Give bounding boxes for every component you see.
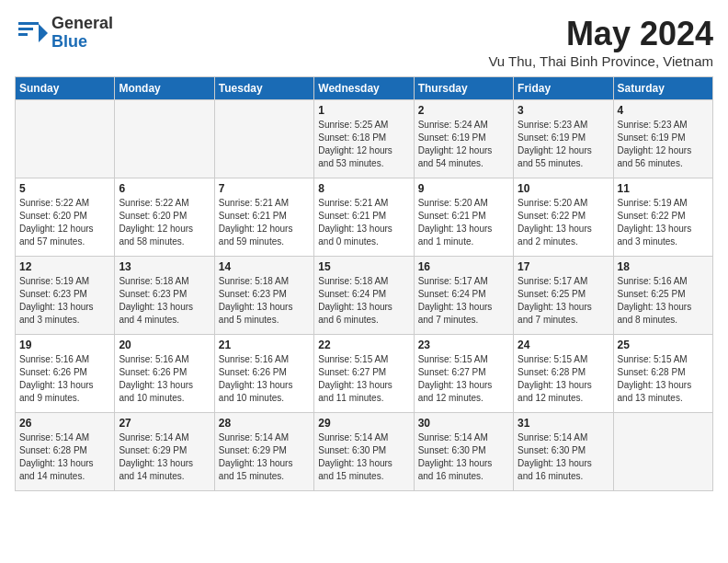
day-info: Sunrise: 5:17 AM Sunset: 6:24 PM Dayligh…: [418, 275, 509, 327]
day-info: Sunrise: 5:14 AM Sunset: 6:29 PM Dayligh…: [219, 431, 310, 483]
header-wednesday: Wednesday: [314, 77, 414, 100]
day-info: Sunrise: 5:14 AM Sunset: 6:28 PM Dayligh…: [19, 431, 110, 483]
calendar-cell: 30Sunrise: 5:14 AM Sunset: 6:30 PM Dayli…: [414, 413, 513, 491]
header-friday: Friday: [514, 77, 613, 100]
day-number: 26: [19, 417, 110, 430]
day-number: 5: [19, 182, 110, 195]
day-number: 2: [418, 104, 509, 117]
day-number: 19: [19, 339, 110, 351]
day-number: 27: [119, 417, 210, 430]
calendar-header-row: Sunday Monday Tuesday Wednesday Thursday…: [16, 77, 713, 100]
day-info: Sunrise: 5:16 AM Sunset: 6:25 PM Dayligh…: [618, 275, 709, 327]
calendar-cell: 18Sunrise: 5:16 AM Sunset: 6:25 PM Dayli…: [613, 257, 712, 335]
page-header: General Blue May 2024 Vu Thu, Thai Binh …: [15, 15, 713, 69]
day-info: Sunrise: 5:22 AM Sunset: 6:20 PM Dayligh…: [19, 197, 110, 248]
calendar-cell: [16, 100, 115, 178]
header-sunday: Sunday: [16, 77, 115, 100]
svg-rect-1: [18, 28, 33, 30]
calendar-cell: 2Sunrise: 5:24 AM Sunset: 6:19 PM Daylig…: [414, 100, 513, 178]
day-info: Sunrise: 5:23 AM Sunset: 6:19 PM Dayligh…: [518, 119, 609, 170]
header-monday: Monday: [115, 77, 214, 100]
page-title: May 2024: [488, 15, 713, 53]
day-info: Sunrise: 5:22 AM Sunset: 6:20 PM Dayligh…: [119, 197, 210, 248]
calendar-cell: 15Sunrise: 5:18 AM Sunset: 6:24 PM Dayli…: [314, 257, 414, 335]
svg-marker-3: [39, 24, 48, 42]
calendar-cell: [115, 100, 214, 178]
calendar-cell: 17Sunrise: 5:17 AM Sunset: 6:25 PM Dayli…: [514, 257, 613, 335]
day-number: 15: [318, 260, 409, 273]
day-number: 21: [219, 339, 310, 351]
calendar-cell: 9Sunrise: 5:20 AM Sunset: 6:21 PM Daylig…: [414, 178, 513, 257]
day-number: 14: [219, 260, 310, 273]
calendar-cell: 12Sunrise: 5:19 AM Sunset: 6:23 PM Dayli…: [16, 257, 115, 335]
day-info: Sunrise: 5:21 AM Sunset: 6:21 PM Dayligh…: [318, 197, 409, 248]
svg-rect-0: [18, 22, 39, 25]
day-info: Sunrise: 5:23 AM Sunset: 6:19 PM Dayligh…: [618, 119, 709, 170]
day-number: 7: [219, 182, 310, 195]
calendar-cell: 23Sunrise: 5:15 AM Sunset: 6:27 PM Dayli…: [414, 335, 513, 413]
page-subtitle: Vu Thu, Thai Binh Province, Vietnam: [488, 53, 713, 69]
day-info: Sunrise: 5:19 AM Sunset: 6:22 PM Dayligh…: [618, 197, 709, 248]
calendar-row: 5Sunrise: 5:22 AM Sunset: 6:20 PM Daylig…: [16, 178, 713, 257]
day-info: Sunrise: 5:25 AM Sunset: 6:18 PM Dayligh…: [318, 119, 409, 170]
day-info: Sunrise: 5:16 AM Sunset: 6:26 PM Dayligh…: [219, 353, 310, 405]
day-number: 20: [119, 339, 210, 351]
calendar-cell: 8Sunrise: 5:21 AM Sunset: 6:21 PM Daylig…: [314, 178, 414, 257]
day-info: Sunrise: 5:20 AM Sunset: 6:21 PM Dayligh…: [418, 197, 509, 248]
day-info: Sunrise: 5:15 AM Sunset: 6:27 PM Dayligh…: [418, 353, 509, 405]
title-section: May 2024 Vu Thu, Thai Binh Province, Vie…: [488, 15, 713, 69]
header-thursday: Thursday: [414, 77, 513, 100]
day-number: 29: [318, 417, 409, 430]
day-number: 31: [518, 417, 609, 430]
day-info: Sunrise: 5:15 AM Sunset: 6:27 PM Dayligh…: [318, 353, 409, 405]
day-number: 4: [618, 104, 709, 117]
calendar-cell: 22Sunrise: 5:15 AM Sunset: 6:27 PM Dayli…: [314, 335, 414, 413]
calendar-cell: 21Sunrise: 5:16 AM Sunset: 6:26 PM Dayli…: [214, 335, 313, 413]
calendar-cell: 5Sunrise: 5:22 AM Sunset: 6:20 PM Daylig…: [16, 178, 115, 257]
logo: General Blue: [15, 15, 113, 52]
calendar-cell: 16Sunrise: 5:17 AM Sunset: 6:24 PM Dayli…: [414, 257, 513, 335]
calendar-cell: 28Sunrise: 5:14 AM Sunset: 6:29 PM Dayli…: [214, 413, 313, 491]
calendar-cell: 14Sunrise: 5:18 AM Sunset: 6:23 PM Dayli…: [214, 257, 313, 335]
day-info: Sunrise: 5:16 AM Sunset: 6:26 PM Dayligh…: [119, 353, 210, 405]
day-number: 3: [518, 104, 609, 117]
calendar-cell: 10Sunrise: 5:20 AM Sunset: 6:22 PM Dayli…: [514, 178, 613, 257]
calendar-cell: 11Sunrise: 5:19 AM Sunset: 6:22 PM Dayli…: [613, 178, 712, 257]
day-info: Sunrise: 5:17 AM Sunset: 6:25 PM Dayligh…: [518, 275, 609, 327]
day-number: 16: [418, 260, 509, 273]
calendar-cell: 31Sunrise: 5:14 AM Sunset: 6:30 PM Dayli…: [514, 413, 613, 491]
calendar-table: Sunday Monday Tuesday Wednesday Thursday…: [15, 76, 713, 491]
day-number: 23: [418, 339, 509, 351]
day-info: Sunrise: 5:14 AM Sunset: 6:29 PM Dayligh…: [119, 431, 210, 483]
calendar-cell: [613, 413, 712, 491]
day-info: Sunrise: 5:15 AM Sunset: 6:28 PM Dayligh…: [618, 353, 709, 405]
calendar-cell: 24Sunrise: 5:15 AM Sunset: 6:28 PM Dayli…: [514, 335, 613, 413]
calendar-cell: 27Sunrise: 5:14 AM Sunset: 6:29 PM Dayli…: [115, 413, 214, 491]
day-info: Sunrise: 5:14 AM Sunset: 6:30 PM Dayligh…: [518, 431, 609, 483]
calendar-cell: 6Sunrise: 5:22 AM Sunset: 6:20 PM Daylig…: [115, 178, 214, 257]
day-number: 30: [418, 417, 509, 430]
day-info: Sunrise: 5:19 AM Sunset: 6:23 PM Dayligh…: [19, 275, 110, 327]
calendar-cell: 20Sunrise: 5:16 AM Sunset: 6:26 PM Dayli…: [115, 335, 214, 413]
svg-rect-2: [18, 33, 28, 36]
day-info: Sunrise: 5:14 AM Sunset: 6:30 PM Dayligh…: [318, 431, 409, 483]
day-info: Sunrise: 5:14 AM Sunset: 6:30 PM Dayligh…: [418, 431, 509, 483]
calendar-cell: 29Sunrise: 5:14 AM Sunset: 6:30 PM Dayli…: [314, 413, 414, 491]
calendar-row: 26Sunrise: 5:14 AM Sunset: 6:28 PM Dayli…: [16, 413, 713, 491]
calendar-cell: 26Sunrise: 5:14 AM Sunset: 6:28 PM Dayli…: [16, 413, 115, 491]
calendar-cell: [214, 100, 313, 178]
calendar-cell: 7Sunrise: 5:21 AM Sunset: 6:21 PM Daylig…: [214, 178, 313, 257]
calendar-row: 1Sunrise: 5:25 AM Sunset: 6:18 PM Daylig…: [16, 100, 713, 178]
logo-general: General: [51, 14, 113, 32]
day-number: 28: [219, 417, 310, 430]
day-number: 12: [19, 260, 110, 273]
day-number: 25: [618, 339, 709, 351]
day-info: Sunrise: 5:21 AM Sunset: 6:21 PM Dayligh…: [219, 197, 310, 248]
day-number: 13: [119, 260, 210, 273]
calendar-cell: 13Sunrise: 5:18 AM Sunset: 6:23 PM Dayli…: [115, 257, 214, 335]
calendar-row: 19Sunrise: 5:16 AM Sunset: 6:26 PM Dayli…: [16, 335, 713, 413]
calendar-cell: 25Sunrise: 5:15 AM Sunset: 6:28 PM Dayli…: [613, 335, 712, 413]
day-info: Sunrise: 5:18 AM Sunset: 6:23 PM Dayligh…: [219, 275, 310, 327]
day-number: 24: [518, 339, 609, 351]
day-info: Sunrise: 5:15 AM Sunset: 6:28 PM Dayligh…: [518, 353, 609, 405]
